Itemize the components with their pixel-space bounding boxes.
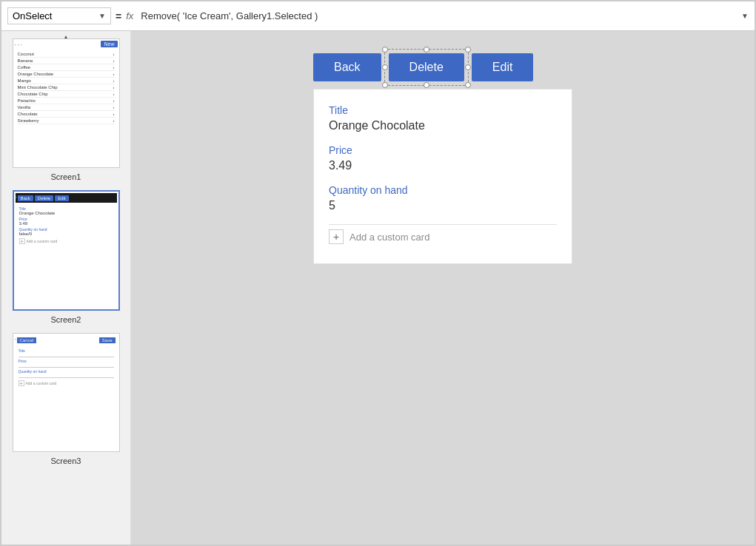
list-item: Strawberry› <box>18 118 115 124</box>
canvas-area: Back Delete Edit <box>131 31 755 546</box>
price-field-label: Price <box>329 144 557 156</box>
thumb2-header: Back Delete Edit <box>16 193 117 203</box>
thumb3-qty-input <box>19 374 114 378</box>
fx-label: fx <box>126 10 133 21</box>
screen1-thumbnail[interactable]: ··· New Coconut› Banana› Coffee› Orange … <box>13 38 120 168</box>
list-item: Coconut› <box>18 51 115 58</box>
edit-button[interactable]: Edit <box>472 53 534 81</box>
list-item: Chocolate› <box>18 111 115 118</box>
add-custom-label: Add a custom card <box>349 232 429 243</box>
handle-br[interactable] <box>465 82 471 88</box>
dropdown-label: OnSelect <box>13 10 52 21</box>
delete-button[interactable]: Delete <box>389 53 464 81</box>
list-item: Coffee› <box>18 64 115 71</box>
thumb2-dots[interactable]: ··· <box>16 193 24 201</box>
thumb2-card: Title Orange Chocolate Price 3.49 Quanti… <box>16 203 117 246</box>
formula-bar: OnSelect ▼ = fx ▼ <box>1 1 755 31</box>
price-field-value: 3.49 <box>329 159 557 172</box>
detail-card-wrapper: Back Delete Edit <box>313 53 572 264</box>
chevron-down-icon-end[interactable]: ▼ <box>741 12 749 20</box>
thumb3-save-btn: Save <box>99 337 116 343</box>
list-item: Mint Chocolate Chip› <box>18 84 115 91</box>
thumb2-content: ··· Back Delete Edit Title Orange Chocol… <box>16 193 117 308</box>
handle-tr[interactable] <box>465 47 471 53</box>
thumb2-edit-btn: Edit <box>55 195 68 201</box>
thumb3-add-text: Add a custom card <box>26 381 57 385</box>
onselect-dropdown[interactable]: OnSelect ▼ <box>7 7 111 24</box>
quantity-field-value: 5 <box>329 199 557 212</box>
thumb2-delete-btn: Delete <box>35 195 53 201</box>
formula-input[interactable] <box>141 10 737 21</box>
list-item: Vanilla› <box>18 104 115 111</box>
handle-bl[interactable] <box>382 82 388 88</box>
thumb1-content: ··· New Coconut› Banana› Coffee› Orange … <box>15 51 118 166</box>
main-layout: ▲ ··· New Coconut› Banana› Coffee› Orang… <box>1 31 755 546</box>
thumb3-dots[interactable]: ··· <box>15 335 23 343</box>
delete-button-container: Delete <box>389 53 464 81</box>
screen3-label: Screen3 <box>51 456 81 465</box>
list-item: Pistachio› <box>18 98 115 104</box>
thumb2-qty-value: false/0 <box>19 232 113 236</box>
thumb3-content: ··· Cancel Save Title Price Quantity on … <box>15 335 118 450</box>
thumb1-list: Coconut› Banana› Coffee› Orange Chocolat… <box>15 51 118 124</box>
quantity-field-label: Quantity on hand <box>329 184 557 196</box>
list-item: Mango› <box>18 78 115 84</box>
plus-icon: + <box>19 238 25 244</box>
thumb3-title-input <box>19 353 114 357</box>
handle-ml[interactable] <box>382 64 388 70</box>
thumb2-add-text: Add a custom card <box>27 239 58 243</box>
list-item: Orange Chocolate› <box>18 71 115 78</box>
thumb2-price-value: 3.49 <box>19 221 113 226</box>
title-field-value: Orange Chocolate <box>329 119 557 132</box>
detail-card: Title Orange Chocolate Price 3.49 Quanti… <box>313 89 572 264</box>
title-field-label: Title <box>329 104 557 116</box>
equals-sign: = <box>116 10 121 22</box>
plus-icon: + <box>19 380 24 386</box>
screen1-label: Screen1 <box>51 172 81 181</box>
chevron-down-icon: ▼ <box>98 12 106 20</box>
screen2-label: Screen2 <box>51 315 81 324</box>
list-item: Banana› <box>18 58 115 64</box>
thumb3-price-input <box>19 363 114 368</box>
handle-tl[interactable] <box>382 47 388 53</box>
handle-bc[interactable] <box>424 82 429 88</box>
handle-tc[interactable] <box>424 47 429 53</box>
list-item: Chocolate Chip› <box>18 91 115 98</box>
button-row: Back Delete Edit <box>313 53 572 81</box>
add-plus-icon: + <box>329 229 344 244</box>
thumb2-add-card: + Add a custom card <box>19 238 113 244</box>
thumb1-dots[interactable]: ··· <box>15 41 23 49</box>
add-custom-card[interactable]: + Add a custom card <box>329 224 557 249</box>
thumb2-title-value: Orange Chocolate <box>19 211 113 215</box>
screen3-thumbnail[interactable]: ··· Cancel Save Title Price Quantity on … <box>13 333 120 452</box>
back-button[interactable]: Back <box>313 53 381 81</box>
thumb1-new-btn: New <box>101 41 117 47</box>
thumb3-header: Cancel Save <box>15 335 118 346</box>
thumb3-add-card: + Add a custom card <box>19 380 114 386</box>
screen2-thumbnail[interactable]: ··· Back Delete Edit Title Orange Chocol… <box>13 190 120 311</box>
sidebar: ▲ ··· New Coconut› Banana› Coffee› Orang… <box>1 31 131 546</box>
handle-mr[interactable] <box>465 64 471 70</box>
thumb3-form: Title Price Quantity on hand + Add a cus… <box>15 346 118 388</box>
